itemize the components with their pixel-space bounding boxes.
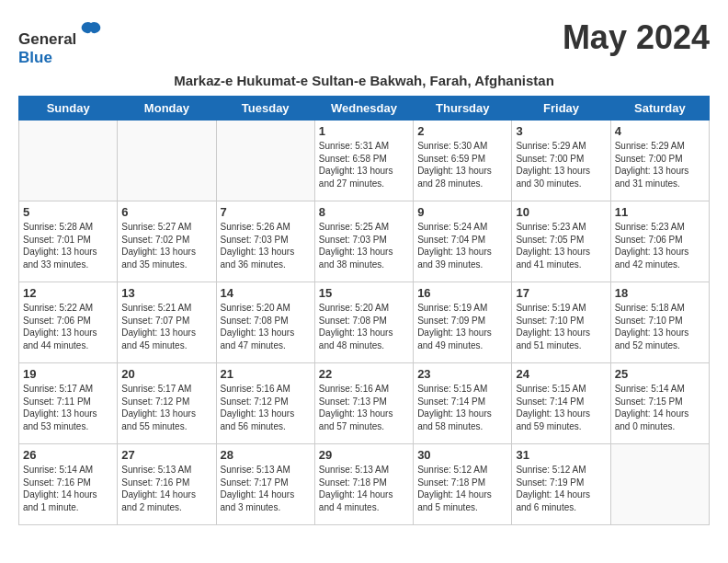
day-info: Sunrise: 5:27 AM Sunset: 7:02 PM Dayligh… xyxy=(121,221,211,270)
day-number: 5 xyxy=(23,205,113,219)
table-row: 28Sunrise: 5:13 AM Sunset: 7:17 PM Dayli… xyxy=(216,444,314,525)
col-saturday: Saturday xyxy=(610,97,709,121)
day-info: Sunrise: 5:26 AM Sunset: 7:03 PM Dayligh… xyxy=(221,221,311,270)
table-row: 8Sunrise: 5:25 AM Sunset: 7:03 PM Daylig… xyxy=(314,201,413,282)
day-info: Sunrise: 5:20 AM Sunset: 7:08 PM Dayligh… xyxy=(221,302,311,351)
day-info: Sunrise: 5:13 AM Sunset: 7:18 PM Dayligh… xyxy=(319,464,409,513)
calendar-row-1: 1Sunrise: 5:31 AM Sunset: 6:58 PM Daylig… xyxy=(19,121,710,201)
day-number: 19 xyxy=(23,367,113,381)
day-number: 14 xyxy=(221,286,311,300)
day-info: Sunrise: 5:22 AM Sunset: 7:06 PM Dayligh… xyxy=(23,302,113,351)
table-row: 12Sunrise: 5:22 AM Sunset: 7:06 PM Dayli… xyxy=(19,282,118,363)
day-number: 15 xyxy=(319,286,409,300)
day-number: 23 xyxy=(417,367,507,381)
day-info: Sunrise: 5:30 AM Sunset: 6:59 PM Dayligh… xyxy=(417,140,507,190)
calendar-row-5: 26Sunrise: 5:14 AM Sunset: 7:16 PM Dayli… xyxy=(19,444,710,525)
day-number: 17 xyxy=(516,286,606,300)
table-row: 11Sunrise: 5:23 AM Sunset: 7:06 PM Dayli… xyxy=(610,201,709,282)
page: General Blue May 2024 Markaz-e Hukumat-e… xyxy=(0,0,728,534)
col-monday: Monday xyxy=(118,97,216,121)
day-info: Sunrise: 5:18 AM Sunset: 7:10 PM Dayligh… xyxy=(615,302,705,351)
table-row: 29Sunrise: 5:13 AM Sunset: 7:18 PM Dayli… xyxy=(314,444,413,525)
location-subtitle: Markaz-e Hukumat-e Sultan-e Bakwah, Fara… xyxy=(18,73,710,88)
table-row: 9Sunrise: 5:24 AM Sunset: 7:04 PM Daylig… xyxy=(414,201,512,282)
day-number: 27 xyxy=(121,448,211,462)
day-info: Sunrise: 5:25 AM Sunset: 7:03 PM Dayligh… xyxy=(319,221,409,270)
table-row: 7Sunrise: 5:26 AM Sunset: 7:03 PM Daylig… xyxy=(216,201,314,282)
header: General Blue May 2024 xyxy=(18,18,710,67)
day-number: 28 xyxy=(221,448,311,462)
logo-bird-icon xyxy=(78,18,104,44)
day-info: Sunrise: 5:24 AM Sunset: 7:04 PM Dayligh… xyxy=(417,221,507,270)
day-number: 16 xyxy=(417,286,507,300)
col-friday: Friday xyxy=(512,97,610,121)
day-number: 18 xyxy=(615,286,705,300)
day-number: 31 xyxy=(516,448,606,462)
table-row xyxy=(216,121,314,201)
logo-blue: Blue xyxy=(18,49,52,66)
day-info: Sunrise: 5:23 AM Sunset: 7:06 PM Dayligh… xyxy=(615,221,705,270)
day-info: Sunrise: 5:17 AM Sunset: 7:11 PM Dayligh… xyxy=(23,383,113,432)
day-number: 6 xyxy=(121,205,211,219)
day-number: 11 xyxy=(615,205,705,219)
table-row xyxy=(610,444,709,525)
day-number: 22 xyxy=(319,367,409,381)
day-number: 8 xyxy=(319,205,409,219)
day-info: Sunrise: 5:12 AM Sunset: 7:18 PM Dayligh… xyxy=(417,464,507,513)
table-row: 15Sunrise: 5:20 AM Sunset: 7:08 PM Dayli… xyxy=(314,282,413,363)
table-row xyxy=(19,121,118,201)
day-info: Sunrise: 5:19 AM Sunset: 7:09 PM Dayligh… xyxy=(417,302,507,351)
table-row: 17Sunrise: 5:19 AM Sunset: 7:10 PM Dayli… xyxy=(512,282,610,363)
table-row: 18Sunrise: 5:18 AM Sunset: 7:10 PM Dayli… xyxy=(610,282,709,363)
table-row: 14Sunrise: 5:20 AM Sunset: 7:08 PM Dayli… xyxy=(216,282,314,363)
day-number: 12 xyxy=(23,286,113,300)
table-row: 13Sunrise: 5:21 AM Sunset: 7:07 PM Dayli… xyxy=(118,282,216,363)
table-row: 6Sunrise: 5:27 AM Sunset: 7:02 PM Daylig… xyxy=(118,201,216,282)
day-number: 25 xyxy=(615,367,705,381)
table-row: 2Sunrise: 5:30 AM Sunset: 6:59 PM Daylig… xyxy=(414,121,512,201)
day-number: 2 xyxy=(417,124,507,138)
logo-general: General xyxy=(18,30,76,48)
col-wednesday: Wednesday xyxy=(314,97,413,121)
table-row: 5Sunrise: 5:28 AM Sunset: 7:01 PM Daylig… xyxy=(19,201,118,282)
day-info: Sunrise: 5:21 AM Sunset: 7:07 PM Dayligh… xyxy=(121,302,211,351)
day-info: Sunrise: 5:28 AM Sunset: 7:01 PM Dayligh… xyxy=(23,221,113,270)
logo: General Blue xyxy=(18,18,104,67)
day-number: 24 xyxy=(516,367,606,381)
day-info: Sunrise: 5:13 AM Sunset: 7:17 PM Dayligh… xyxy=(221,464,311,513)
col-thursday: Thursday xyxy=(414,97,512,121)
day-number: 1 xyxy=(319,124,409,138)
day-number: 26 xyxy=(23,448,113,462)
day-info: Sunrise: 5:17 AM Sunset: 7:12 PM Dayligh… xyxy=(121,383,211,432)
day-number: 21 xyxy=(221,367,311,381)
day-info: Sunrise: 5:20 AM Sunset: 7:08 PM Dayligh… xyxy=(319,302,409,351)
logo-text: General Blue xyxy=(18,18,104,67)
calendar-row-2: 5Sunrise: 5:28 AM Sunset: 7:01 PM Daylig… xyxy=(19,201,710,282)
day-info: Sunrise: 5:23 AM Sunset: 7:05 PM Dayligh… xyxy=(516,221,606,270)
day-number: 3 xyxy=(516,124,606,138)
day-info: Sunrise: 5:14 AM Sunset: 7:16 PM Dayligh… xyxy=(23,464,113,513)
table-row: 19Sunrise: 5:17 AM Sunset: 7:11 PM Dayli… xyxy=(19,363,118,444)
day-info: Sunrise: 5:29 AM Sunset: 7:00 PM Dayligh… xyxy=(615,140,705,190)
table-row: 31Sunrise: 5:12 AM Sunset: 7:19 PM Dayli… xyxy=(512,444,610,525)
day-info: Sunrise: 5:15 AM Sunset: 7:14 PM Dayligh… xyxy=(516,383,606,432)
table-row: 24Sunrise: 5:15 AM Sunset: 7:14 PM Dayli… xyxy=(512,363,610,444)
table-row: 25Sunrise: 5:14 AM Sunset: 7:15 PM Dayli… xyxy=(610,363,709,444)
day-number: 30 xyxy=(417,448,507,462)
calendar-row-4: 19Sunrise: 5:17 AM Sunset: 7:11 PM Dayli… xyxy=(19,363,710,444)
table-row xyxy=(118,121,216,201)
day-number: 7 xyxy=(221,205,311,219)
day-info: Sunrise: 5:12 AM Sunset: 7:19 PM Dayligh… xyxy=(516,464,606,513)
day-info: Sunrise: 5:14 AM Sunset: 7:15 PM Dayligh… xyxy=(615,383,705,432)
table-row: 10Sunrise: 5:23 AM Sunset: 7:05 PM Dayli… xyxy=(512,201,610,282)
day-number: 9 xyxy=(417,205,507,219)
calendar-row-3: 12Sunrise: 5:22 AM Sunset: 7:06 PM Dayli… xyxy=(19,282,710,363)
table-row: 4Sunrise: 5:29 AM Sunset: 7:00 PM Daylig… xyxy=(610,121,709,201)
table-row: 1Sunrise: 5:31 AM Sunset: 6:58 PM Daylig… xyxy=(314,121,413,201)
day-info: Sunrise: 5:16 AM Sunset: 7:12 PM Dayligh… xyxy=(221,383,311,432)
col-sunday: Sunday xyxy=(19,97,118,121)
day-number: 10 xyxy=(516,205,606,219)
day-info: Sunrise: 5:15 AM Sunset: 7:14 PM Dayligh… xyxy=(417,383,507,432)
calendar-table: Sunday Monday Tuesday Wednesday Thursday… xyxy=(18,96,710,525)
table-row: 22Sunrise: 5:16 AM Sunset: 7:13 PM Dayli… xyxy=(314,363,413,444)
